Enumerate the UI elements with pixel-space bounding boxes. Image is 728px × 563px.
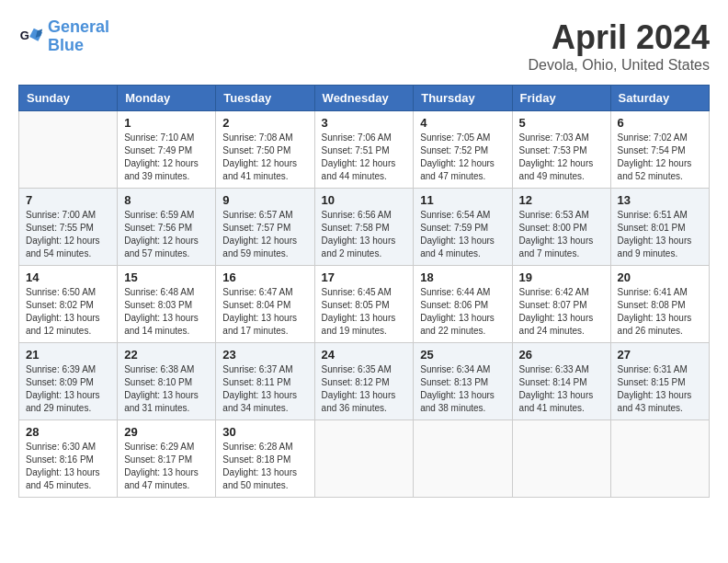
day-info: Sunrise: 6:42 AMSunset: 8:07 PMDaylight:…	[519, 286, 604, 338]
day-number: 10	[322, 193, 407, 207]
calendar-cell: 13Sunrise: 6:51 AMSunset: 8:01 PMDayligh…	[610, 189, 709, 266]
day-number: 28	[26, 425, 110, 439]
page-header: G GeneralBlue April 2024 Devola, Ohio, U…	[18, 18, 710, 74]
day-info: Sunrise: 6:47 AMSunset: 8:04 PMDaylight:…	[222, 286, 307, 338]
day-info: Sunrise: 6:50 AMSunset: 8:02 PMDaylight:…	[26, 286, 110, 338]
calendar-cell: 24Sunrise: 6:35 AMSunset: 8:12 PMDayligh…	[314, 343, 414, 420]
day-info: Sunrise: 6:33 AMSunset: 8:14 PMDaylight:…	[519, 363, 604, 415]
day-info: Sunrise: 6:41 AMSunset: 8:08 PMDaylight:…	[618, 286, 702, 338]
calendar-week-row: 7Sunrise: 7:00 AMSunset: 7:55 PMDaylight…	[19, 189, 710, 266]
day-info: Sunrise: 6:39 AMSunset: 8:09 PMDaylight:…	[26, 363, 110, 415]
calendar-cell	[512, 420, 610, 498]
calendar-cell: 3Sunrise: 7:06 AMSunset: 7:51 PMDaylight…	[314, 111, 414, 189]
day-of-week-header: Thursday	[414, 86, 512, 111]
day-number: 21	[26, 348, 110, 362]
day-number: 14	[26, 270, 110, 284]
day-info: Sunrise: 6:35 AMSunset: 8:12 PMDaylight:…	[322, 363, 407, 415]
calendar-cell: 26Sunrise: 6:33 AMSunset: 8:14 PMDayligh…	[512, 343, 610, 420]
calendar-cell	[19, 111, 118, 189]
calendar-cell: 27Sunrise: 6:31 AMSunset: 8:15 PMDayligh…	[610, 343, 709, 420]
calendar-cell: 28Sunrise: 6:30 AMSunset: 8:16 PMDayligh…	[19, 420, 118, 498]
day-number: 11	[420, 193, 505, 207]
day-info: Sunrise: 6:31 AMSunset: 8:15 PMDaylight:…	[618, 363, 702, 415]
calendar-cell: 21Sunrise: 6:39 AMSunset: 8:09 PMDayligh…	[19, 343, 118, 420]
calendar-header-row: SundayMondayTuesdayWednesdayThursdayFrid…	[19, 86, 710, 111]
day-number: 19	[519, 270, 604, 284]
calendar-week-row: 28Sunrise: 6:30 AMSunset: 8:16 PMDayligh…	[19, 420, 710, 498]
calendar-cell: 29Sunrise: 6:29 AMSunset: 8:17 PMDayligh…	[118, 420, 216, 498]
location-title: Devola, Ohio, United States	[529, 57, 710, 74]
day-info: Sunrise: 6:37 AMSunset: 8:11 PMDaylight:…	[222, 363, 307, 415]
day-number: 25	[420, 348, 505, 362]
day-info: Sunrise: 6:59 AMSunset: 7:56 PMDaylight:…	[124, 209, 209, 260]
day-info: Sunrise: 7:03 AMSunset: 7:53 PMDaylight:…	[519, 132, 604, 183]
day-number: 4	[420, 116, 505, 130]
logo-text: GeneralBlue	[48, 18, 109, 55]
calendar-cell: 17Sunrise: 6:45 AMSunset: 8:05 PMDayligh…	[314, 266, 414, 343]
calendar-cell: 19Sunrise: 6:42 AMSunset: 8:07 PMDayligh…	[512, 266, 610, 343]
day-number: 24	[322, 348, 407, 362]
calendar-cell: 9Sunrise: 6:57 AMSunset: 7:57 PMDaylight…	[216, 189, 314, 266]
day-info: Sunrise: 7:06 AMSunset: 7:51 PMDaylight:…	[322, 132, 407, 183]
day-number: 13	[618, 193, 702, 207]
day-of-week-header: Sunday	[19, 86, 118, 111]
day-number: 17	[322, 270, 407, 284]
day-number: 3	[322, 116, 407, 130]
day-number: 7	[26, 193, 110, 207]
day-number: 22	[124, 348, 209, 362]
calendar-cell: 30Sunrise: 6:28 AMSunset: 8:18 PMDayligh…	[216, 420, 314, 498]
calendar-cell	[610, 420, 709, 498]
day-of-week-header: Monday	[118, 86, 216, 111]
calendar-cell: 14Sunrise: 6:50 AMSunset: 8:02 PMDayligh…	[19, 266, 118, 343]
day-of-week-header: Saturday	[610, 86, 709, 111]
day-info: Sunrise: 6:51 AMSunset: 8:01 PMDaylight:…	[618, 209, 702, 260]
day-of-week-header: Friday	[512, 86, 610, 111]
day-info: Sunrise: 6:48 AMSunset: 8:03 PMDaylight:…	[124, 286, 209, 338]
logo: G GeneralBlue	[18, 18, 109, 55]
day-number: 12	[519, 193, 604, 207]
day-number: 18	[420, 270, 505, 284]
day-info: Sunrise: 6:57 AMSunset: 7:57 PMDaylight:…	[222, 209, 307, 260]
day-info: Sunrise: 6:54 AMSunset: 7:59 PMDaylight:…	[420, 209, 505, 260]
day-info: Sunrise: 6:30 AMSunset: 8:16 PMDaylight:…	[26, 441, 110, 492]
calendar-cell: 20Sunrise: 6:41 AMSunset: 8:08 PMDayligh…	[610, 266, 709, 343]
calendar-cell: 25Sunrise: 6:34 AMSunset: 8:13 PMDayligh…	[414, 343, 512, 420]
day-info: Sunrise: 6:29 AMSunset: 8:17 PMDaylight:…	[124, 441, 209, 492]
day-number: 2	[222, 116, 307, 130]
day-info: Sunrise: 7:08 AMSunset: 7:50 PMDaylight:…	[222, 132, 307, 183]
day-number: 5	[519, 116, 604, 130]
day-number: 8	[124, 193, 209, 207]
day-info: Sunrise: 6:53 AMSunset: 8:00 PMDaylight:…	[519, 209, 604, 260]
day-info: Sunrise: 6:34 AMSunset: 8:13 PMDaylight:…	[420, 363, 505, 415]
day-info: Sunrise: 6:44 AMSunset: 8:06 PMDaylight:…	[420, 286, 505, 338]
calendar-week-row: 21Sunrise: 6:39 AMSunset: 8:09 PMDayligh…	[19, 343, 710, 420]
day-of-week-header: Tuesday	[216, 86, 314, 111]
logo-icon: G	[18, 24, 44, 50]
calendar-cell: 10Sunrise: 6:56 AMSunset: 7:58 PMDayligh…	[314, 189, 414, 266]
calendar-cell: 4Sunrise: 7:05 AMSunset: 7:52 PMDaylight…	[414, 111, 512, 189]
calendar-cell: 23Sunrise: 6:37 AMSunset: 8:11 PMDayligh…	[216, 343, 314, 420]
day-number: 27	[618, 348, 702, 362]
calendar-cell: 7Sunrise: 7:00 AMSunset: 7:55 PMDaylight…	[19, 189, 118, 266]
day-info: Sunrise: 7:02 AMSunset: 7:54 PMDaylight:…	[618, 132, 702, 183]
calendar-week-row: 1Sunrise: 7:10 AMSunset: 7:49 PMDaylight…	[19, 111, 710, 189]
day-number: 26	[519, 348, 604, 362]
day-number: 30	[222, 425, 307, 439]
day-number: 16	[222, 270, 307, 284]
day-number: 20	[618, 270, 702, 284]
day-info: Sunrise: 6:38 AMSunset: 8:10 PMDaylight:…	[124, 363, 209, 415]
day-info: Sunrise: 6:45 AMSunset: 8:05 PMDaylight:…	[322, 286, 407, 338]
day-info: Sunrise: 7:10 AMSunset: 7:49 PMDaylight:…	[124, 132, 209, 183]
calendar-week-row: 14Sunrise: 6:50 AMSunset: 8:02 PMDayligh…	[19, 266, 710, 343]
day-number: 15	[124, 270, 209, 284]
day-number: 29	[124, 425, 209, 439]
calendar-cell: 8Sunrise: 6:59 AMSunset: 7:56 PMDaylight…	[118, 189, 216, 266]
calendar-cell: 22Sunrise: 6:38 AMSunset: 8:10 PMDayligh…	[118, 343, 216, 420]
calendar-table: SundayMondayTuesdayWednesdayThursdayFrid…	[18, 85, 710, 498]
calendar-cell: 11Sunrise: 6:54 AMSunset: 7:59 PMDayligh…	[414, 189, 512, 266]
day-number: 23	[222, 348, 307, 362]
calendar-cell: 2Sunrise: 7:08 AMSunset: 7:50 PMDaylight…	[216, 111, 314, 189]
calendar-cell	[314, 420, 414, 498]
calendar-cell: 16Sunrise: 6:47 AMSunset: 8:04 PMDayligh…	[216, 266, 314, 343]
calendar-cell: 18Sunrise: 6:44 AMSunset: 8:06 PMDayligh…	[414, 266, 512, 343]
